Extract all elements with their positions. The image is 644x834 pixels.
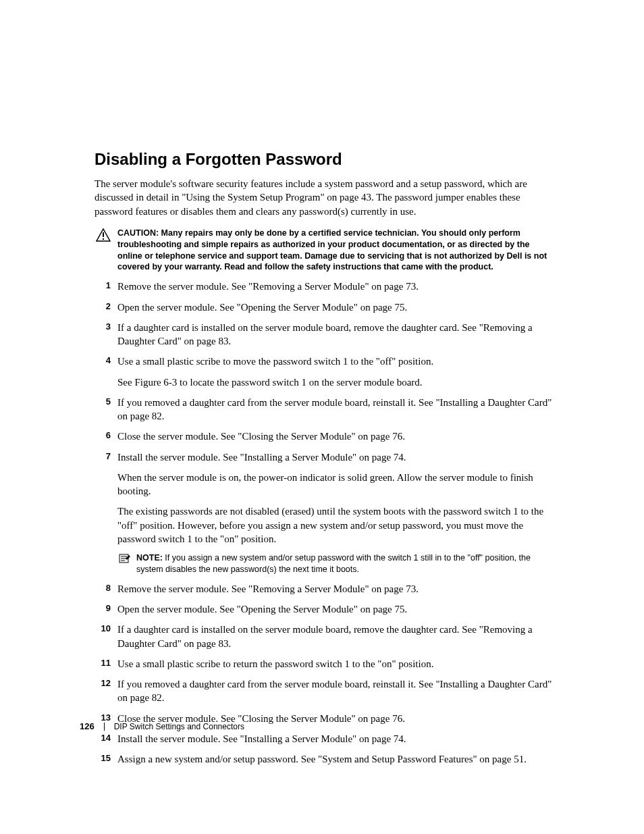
step-number: 12 xyxy=(95,677,117,688)
step-number: 14 xyxy=(95,732,117,743)
step-paragraph: When the server module is on, the power-… xyxy=(117,471,554,498)
step-number: 1 xyxy=(95,280,117,290)
step-body: Install the server module. See "Installi… xyxy=(117,450,554,575)
footer-section-title: DIP Switch Settings and Connectors xyxy=(114,722,244,731)
step-item: 2Open the server module. See "Opening th… xyxy=(95,301,554,314)
step-number: 7 xyxy=(95,450,117,461)
page-content: Disabling a Forgotten Password The serve… xyxy=(95,150,554,773)
step-number: 5 xyxy=(95,396,117,407)
step-item: 10If a daughter card is installed on the… xyxy=(95,623,554,650)
step-number: 2 xyxy=(95,301,117,311)
note-body: NOTE: If you assign a new system and/or … xyxy=(136,552,554,575)
note-text: If you assign a new system and/or setup … xyxy=(136,553,531,574)
page-number: 126 xyxy=(80,721,95,731)
caution-text: CAUTION: Many repairs may only be done b… xyxy=(117,228,554,273)
note-lead: NOTE: xyxy=(136,553,165,563)
step-paragraph: If you removed a daughter card from the … xyxy=(117,677,554,705)
step-body: If a daughter card is installed on the s… xyxy=(117,623,554,650)
step-body: Open the server module. See "Opening the… xyxy=(117,301,554,314)
step-paragraph: If a daughter card is installed on the s… xyxy=(117,623,554,650)
svg-rect-1 xyxy=(103,232,104,237)
step-paragraph: The existing passwords are not disabled … xyxy=(117,504,554,546)
step-body: Close the server module. See "Closing th… xyxy=(117,429,554,443)
step-paragraph: Close the server module. See "Closing th… xyxy=(117,429,554,443)
step-paragraph: Assign a new system and/or setup passwor… xyxy=(117,752,554,766)
step-paragraph: Install the server module. See "Installi… xyxy=(117,732,554,746)
step-paragraph: See Figure 6-3 to locate the password sw… xyxy=(117,375,554,389)
step-paragraph: If a daughter card is installed on the s… xyxy=(117,321,554,348)
step-number: 15 xyxy=(95,752,117,763)
step-number: 8 xyxy=(95,582,117,593)
step-paragraph: Use a small plastic scribe to return the… xyxy=(117,657,554,671)
step-paragraph: Remove the server module. See "Removing … xyxy=(117,280,554,293)
step-item: 14Install the server module. See "Instal… xyxy=(95,732,554,746)
step-number: 6 xyxy=(95,429,117,440)
caution-body: Many repairs may only be done by a certi… xyxy=(117,228,547,272)
step-item: 9Open the server module. See "Opening th… xyxy=(95,602,554,616)
footer-separator xyxy=(104,723,105,731)
step-body: If a daughter card is installed on the s… xyxy=(117,321,554,348)
step-paragraph: Open the server module. See "Opening the… xyxy=(117,301,554,314)
step-paragraph: Use a small plastic scribe to move the p… xyxy=(117,355,554,368)
step-item: 1Remove the server module. See "Removing… xyxy=(95,280,554,293)
step-item: 3If a daughter card is installed on the … xyxy=(95,321,554,348)
step-paragraph: Install the server module. See "Installi… xyxy=(117,450,554,464)
page-footer: 126 DIP Switch Settings and Connectors xyxy=(80,721,244,731)
step-number: 10 xyxy=(95,623,117,633)
step-item: 7Install the server module. See "Install… xyxy=(95,450,554,575)
note-callout: NOTE: If you assign a new system and/or … xyxy=(117,552,554,575)
step-body: If you removed a daughter card from the … xyxy=(117,396,554,423)
section-heading: Disabling a Forgotten Password xyxy=(95,150,554,169)
caution-callout: CAUTION: Many repairs may only be done b… xyxy=(95,228,554,273)
step-item: 8Remove the server module. See "Removing… xyxy=(95,582,554,596)
step-body: Remove the server module. See "Removing … xyxy=(117,582,554,596)
caution-lead: CAUTION: xyxy=(117,228,159,238)
step-paragraph: Open the server module. See "Opening the… xyxy=(117,602,554,616)
step-body: Use a small plastic scribe to move the p… xyxy=(117,355,554,389)
step-body: Install the server module. See "Installi… xyxy=(117,732,554,746)
caution-icon xyxy=(95,228,112,242)
step-body: Use a small plastic scribe to return the… xyxy=(117,657,554,671)
intro-paragraph: The server module's software security fe… xyxy=(95,177,554,218)
step-item: 4Use a small plastic scribe to move the … xyxy=(95,355,554,389)
note-icon xyxy=(117,552,132,564)
step-number: 9 xyxy=(95,602,117,613)
step-item: 6Close the server module. See "Closing t… xyxy=(95,429,554,443)
step-number: 11 xyxy=(95,657,117,668)
step-number: 3 xyxy=(95,321,117,332)
step-paragraph: If you removed a daughter card from the … xyxy=(117,396,554,423)
step-item: 5If you removed a daughter card from the… xyxy=(95,396,554,423)
step-number: 4 xyxy=(95,355,117,365)
procedure-list: 1Remove the server module. See "Removing… xyxy=(95,280,554,766)
step-body: Assign a new system and/or setup passwor… xyxy=(117,752,554,766)
svg-rect-2 xyxy=(103,238,104,240)
step-body: Remove the server module. See "Removing … xyxy=(117,280,554,293)
step-item: 15Assign a new system and/or setup passw… xyxy=(95,752,554,766)
step-item: 11Use a small plastic scribe to return t… xyxy=(95,657,554,671)
step-body: Open the server module. See "Opening the… xyxy=(117,602,554,616)
step-paragraph: Remove the server module. See "Removing … xyxy=(117,582,554,596)
step-item: 12If you removed a daughter card from th… xyxy=(95,677,554,705)
step-body: If you removed a daughter card from the … xyxy=(117,677,554,705)
